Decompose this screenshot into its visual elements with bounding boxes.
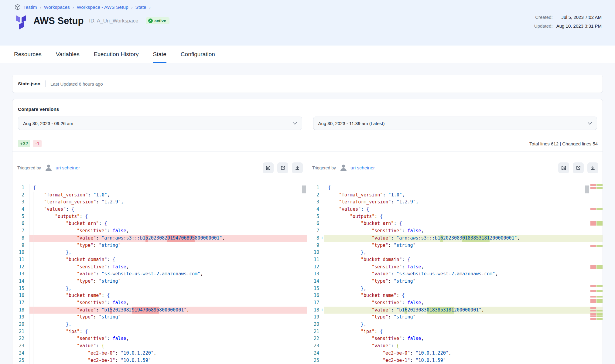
ruler-mark: [590, 285, 603, 287]
diff-stats-row: +32 -1 Total lines 612 | Changed lines 5…: [12, 136, 603, 151]
breadcrumb-item-workspace[interactable]: Workspace - AWS Setup: [77, 5, 128, 10]
ruler-mark: [590, 245, 603, 247]
ruler-mark: [590, 296, 603, 298]
code-line: 6"bucket_arn": {: [12, 220, 307, 227]
updated-label: Updated:: [534, 23, 553, 29]
code-line: 10},: [307, 249, 603, 256]
code-line: 18−"value": "b15202308291947068958000000…: [12, 307, 307, 314]
chevron-down-icon: [588, 122, 592, 125]
pane-header-old: Triggered by uri scheiner: [12, 151, 307, 184]
tab-configuration[interactable]: Configuration: [181, 46, 215, 63]
status-label: active: [155, 19, 166, 23]
ruler-mark: [590, 318, 603, 320]
code-line: 6"bucket_arn": {: [307, 220, 603, 227]
open-in-new-icon[interactable]: [277, 162, 288, 173]
version-select-left-value: Aug 30, 2023 - 09:26 am: [23, 121, 73, 126]
code-line: 5"outputs": {: [307, 213, 603, 220]
state-file-bar: State.json Last Updated 6 hours ago: [12, 75, 603, 93]
breadcrumb-item-workspaces[interactable]: Workspaces: [44, 5, 70, 10]
code-line: 8+"value": "arn:aws:s3:::b16202308301838…: [307, 235, 603, 242]
ruler-mark: [590, 290, 603, 292]
scrollbar-thumb[interactable]: [585, 185, 589, 193]
code-line: 3"terraform_version": "1.2.9",: [12, 199, 307, 206]
state-file-name: State.json: [18, 81, 40, 87]
code-line: 19"type": "string": [12, 314, 307, 321]
code-line: 17"sensitive": false,: [307, 299, 603, 307]
ruler-mark: [590, 315, 603, 317]
ruler-mark: [590, 313, 603, 315]
chevron-right-icon: ›: [149, 5, 151, 10]
triggered-by-user-link[interactable]: uri scheiner: [350, 165, 375, 171]
deletions-badge: -1: [33, 140, 42, 147]
pane-actions-new: [558, 162, 598, 173]
header-band: Testim › Workspaces › Workspace - AWS Se…: [0, 0, 615, 46]
breadcrumb-item-state[interactable]: State: [135, 5, 146, 10]
code-line: 16"bucket_name": {: [12, 292, 307, 299]
code-line: 22"sensitive": false,: [307, 335, 603, 342]
breadcrumb-cube-icon: [15, 4, 21, 10]
ruler-mark: [590, 187, 603, 189]
breadcrumb-item-testim[interactable]: Testim: [23, 5, 37, 10]
triggered-by-label: Triggered by: [312, 165, 336, 170]
workspace-header: AWS Setup ID: A_Uri_Workspace ✓ active C…: [0, 10, 615, 31]
version-select-left[interactable]: Aug 30, 2023 - 09:26 am: [18, 117, 302, 130]
tab-execution-history[interactable]: Execution History: [94, 46, 139, 63]
ruler-mark: [590, 221, 603, 226]
expand-icon[interactable]: [558, 162, 569, 173]
user-avatar-icon: [45, 164, 53, 172]
expand-icon[interactable]: [263, 162, 274, 173]
created-label: Created:: [534, 15, 553, 20]
download-icon[interactable]: [292, 162, 303, 173]
additions-badge: +32: [18, 140, 30, 147]
code-line: 4"values": {: [12, 206, 307, 213]
diff-pane-new: Triggered by uri scheiner: [307, 151, 603, 364]
compare-versions-title: Compare versions: [12, 99, 603, 112]
code-line: 9"type": "string": [12, 242, 307, 249]
chevron-right-icon: ›: [131, 5, 133, 10]
code-line: 19"type": "string": [307, 314, 603, 321]
chevron-right-icon: ›: [40, 5, 41, 10]
triggered-by-user-link[interactable]: uri scheiner: [56, 165, 80, 171]
code-line: 22"sensitive": false,: [12, 335, 307, 342]
tab-resources[interactable]: Resources: [14, 46, 42, 63]
compare-card: Compare versions Aug 30, 2023 - 09:26 am…: [12, 99, 603, 364]
code-line: 15},: [307, 285, 603, 292]
code-line: 24"ec2-be-0": "10.0.1.220",: [12, 350, 307, 357]
download-icon[interactable]: [587, 162, 598, 173]
code-line: 4"values": {: [307, 206, 603, 213]
version-select-right[interactable]: Aug 30, 2023 - 11:39 am (Latest): [313, 117, 597, 130]
tab-state[interactable]: State: [153, 46, 166, 63]
version-select-right-value: Aug 30, 2023 - 11:39 am (Latest): [318, 121, 385, 126]
divider: [45, 80, 46, 87]
code-line: 25"ec2-be-1": "10.0.1.59": [307, 357, 603, 364]
code-line: 7"sensitive": false,: [307, 227, 603, 235]
code-editor-old: 1{2"format_version": "1.0",3"terraform_v…: [12, 184, 307, 364]
ruler-mark: [590, 299, 603, 303]
created-value: Jul 5, 2023 7:02 AM: [556, 15, 602, 20]
scrollbar-thumb[interactable]: [302, 185, 306, 193]
code-line: 21"ips": {: [12, 328, 307, 335]
code-line: 23"value": {: [307, 342, 603, 350]
code-line: 14"type": "string": [307, 278, 603, 285]
code-line: 17"sensitive": false,: [12, 299, 307, 307]
code-line: 23"value": {: [12, 342, 307, 350]
diff-pane-old: Triggered by uri scheiner: [12, 151, 307, 364]
code-line: 13"value": "s3-website-us-west-2.amazona…: [12, 270, 307, 278]
code-line: 18+"value": "b16202308301838531812000000…: [307, 307, 603, 314]
code-line: 3"terraform_version": "1.2.9",: [307, 199, 603, 206]
triggered-by-label: Triggered by: [17, 165, 41, 170]
tab-bar: Resources Variables Execution History St…: [0, 46, 615, 63]
code-line: 21"ips": {: [307, 328, 603, 335]
workspace-meta: Created: Jul 5, 2023 7:02 AM Updated: Au…: [534, 15, 602, 29]
code-line: 11"bucket_domain": {: [307, 256, 603, 264]
ruler-mark: [590, 307, 603, 309]
code-line: 25"ec2-be-1": "10.0.1.59": [12, 357, 307, 364]
code-line: 16"bucket_name": {: [307, 292, 603, 299]
code-line: 20},: [12, 321, 307, 328]
code-line: 5"outputs": {: [12, 213, 307, 220]
tab-variables[interactable]: Variables: [56, 46, 80, 63]
code-line: 2"format_version": "1.0",: [12, 192, 307, 199]
code-line: 20},: [307, 321, 603, 328]
terraform-logo-icon: [15, 14, 29, 31]
open-in-new-icon[interactable]: [573, 162, 584, 173]
